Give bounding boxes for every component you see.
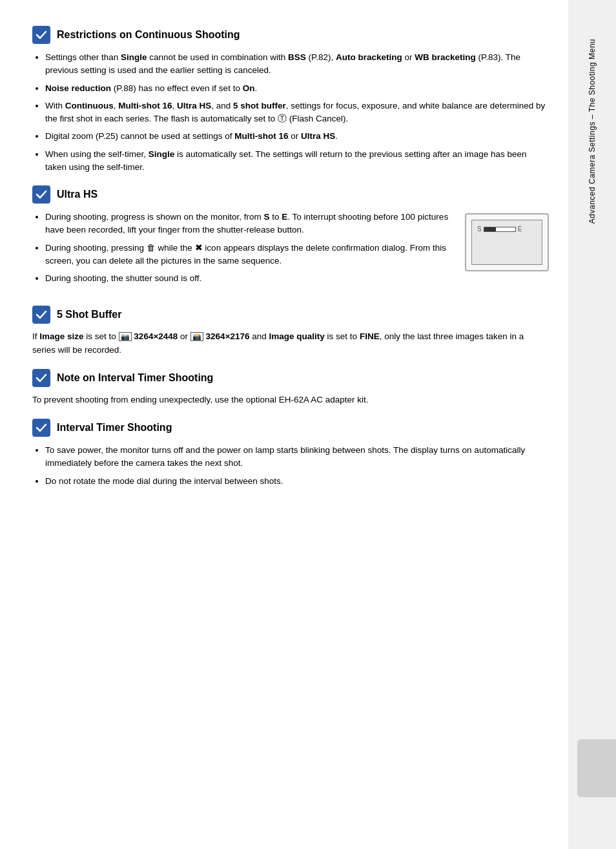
camera-screen: S E bbox=[471, 220, 542, 265]
progress-bar-outer bbox=[484, 227, 516, 232]
section-title-restrictions: Restrictions on Continuous Shooting bbox=[57, 29, 240, 41]
ultra-hs-content: During shooting, progress is shown on th… bbox=[32, 210, 549, 294]
sidebar-line1: Advanced Camera Settings bbox=[588, 121, 597, 224]
section-restrictions-header: Restrictions on Continuous Shooting bbox=[32, 26, 549, 44]
checkmark-svg bbox=[36, 422, 47, 434]
progress-bar-inner bbox=[484, 227, 496, 231]
list-item: During shooting, progress is shown on th… bbox=[45, 210, 452, 237]
restrictions-bullets: Settings other than Single cannot be use… bbox=[45, 50, 549, 174]
shotbuffer-para: If Image size is set to 📷 3264×2448 or 📸… bbox=[32, 330, 549, 357]
check-icon-ultrahs bbox=[32, 185, 50, 204]
camera-display-image: S E bbox=[465, 213, 549, 271]
list-item: During shooting, the shutter sound is of… bbox=[45, 271, 452, 285]
list-item: During shooting, pressing 🗑 while the ✖ … bbox=[45, 241, 452, 268]
sidebar-separator: – bbox=[588, 112, 597, 119]
list-item: Noise reduction (P.88) has no effect eve… bbox=[45, 81, 549, 95]
sidebar: Advanced Camera Settings – The Shooting … bbox=[568, 0, 616, 849]
progress-e-label: E bbox=[518, 225, 522, 233]
list-item: Digital zoom (P.25) cannot be used at se… bbox=[45, 129, 549, 143]
ultrahs-bullets: During shooting, progress is shown on th… bbox=[45, 210, 452, 289]
list-item: When using the self-timer, Single is aut… bbox=[45, 147, 549, 174]
section-intervaltimer-header: Interval Timer Shooting bbox=[32, 419, 549, 437]
checkmark-svg bbox=[36, 29, 47, 41]
sidebar-line2: The Shooting Menu bbox=[588, 39, 597, 112]
sidebar-text: Advanced Camera Settings – The Shooting … bbox=[587, 39, 598, 224]
list-item: Settings other than Single cannot be use… bbox=[45, 50, 549, 78]
intervaltimer-bullets: To save power, the monitor turns off and… bbox=[45, 443, 549, 488]
progress-s-label: S bbox=[477, 225, 482, 233]
list-item: With Continuous, Multi-shot 16, Ultra HS… bbox=[45, 99, 549, 126]
section-ultrahs-header: Ultra HS bbox=[32, 185, 549, 204]
section-title-noteinterval: Note on Interval Timer Shooting bbox=[57, 372, 213, 384]
list-item: Do not rotate the mode dial during the i… bbox=[45, 474, 549, 488]
section-shotbuffer-header: 5 Shot Buffer bbox=[32, 306, 549, 324]
section-title-intervaltimer: Interval Timer Shooting bbox=[57, 422, 172, 434]
check-icon-shotbuffer bbox=[32, 306, 50, 324]
section-title-ultrahs: Ultra HS bbox=[57, 189, 98, 200]
checkmark-svg bbox=[36, 189, 47, 200]
noteinterval-para: To prevent shooting from ending unexpect… bbox=[32, 393, 549, 407]
check-icon-intervaltimer bbox=[32, 419, 50, 437]
sidebar-tab bbox=[577, 739, 616, 797]
check-icon-noteinterval bbox=[32, 369, 50, 387]
checkmark-svg bbox=[36, 309, 47, 320]
checkmark-svg bbox=[36, 372, 47, 384]
section-noteinterval-header: Note on Interval Timer Shooting bbox=[32, 369, 549, 387]
section-title-shotbuffer: 5 Shot Buffer bbox=[57, 309, 121, 320]
check-icon-restrictions bbox=[32, 26, 50, 44]
main-content: Restrictions on Continuous Shooting Sett… bbox=[0, 0, 568, 849]
list-item: To save power, the monitor turns off and… bbox=[45, 443, 549, 470]
camera-progress-bar: S E bbox=[477, 225, 522, 233]
page: Restrictions on Continuous Shooting Sett… bbox=[0, 0, 616, 849]
